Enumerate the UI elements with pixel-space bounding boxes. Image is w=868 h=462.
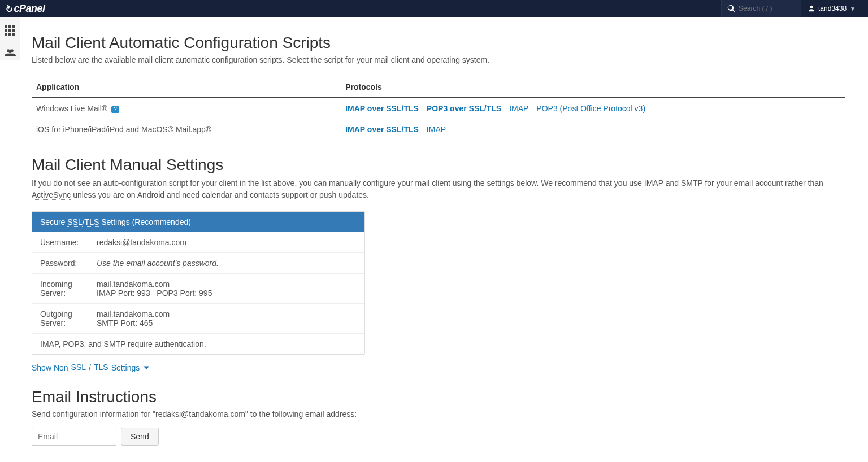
scripts-subtitle: Listed below are the available mail clie… [32,55,845,64]
instructions-heading: Email Instructions [32,388,845,406]
username-row: Username: redaksi@tandakoma.com [32,232,364,253]
auth-note: IMAP, POP3, and SMTP require authenticat… [32,334,364,354]
app-cell: Windows Live Mail® ? [32,98,341,119]
smtp-abbr: SMTP [681,178,703,188]
protocols-cell: IMAP over SSL/TLSPOP3 over SSL/TLSIMAPPO… [341,98,845,119]
col-application: Application [32,77,341,98]
password-row: Password: Use the email account's passwo… [32,253,364,274]
username-value: redaksi@tandakoma.com [97,238,186,247]
show-non-ssl-toggle[interactable]: Show Non SSL/TLS Settings [32,363,150,372]
protocol-link[interactable]: POP3 (Post Office Protocol v3) [536,104,645,113]
instructions-desc: Send configuration information for "reda… [32,409,845,419]
imap-abbr: IMAP [644,178,663,188]
svg-point-2 [8,50,11,53]
help-icon[interactable]: ? [111,106,119,113]
main-content: Mail Client Automatic Configuration Scri… [20,17,868,462]
protocol-link[interactable]: IMAP over SSL/TLS [345,104,419,113]
search-icon [727,5,735,12]
search-input[interactable] [739,5,795,12]
username-label: tand3438 [818,5,847,12]
cpanel-logo[interactable]: cPanel [6,3,45,15]
incoming-row: IncomingServer: mail.tandakoma.com IMAP … [32,274,364,304]
protocol-link[interactable]: POP3 over SSL/TLS [427,104,501,113]
left-sidebar [0,17,20,60]
col-protocols: Protocols [341,77,845,98]
manual-description: If you do not see an auto-configuration … [32,177,845,201]
search-container [721,0,801,17]
activesync-abbr: ActiveSync [32,190,71,200]
apps-grid-icon[interactable] [5,25,15,36]
top-bar: cPanel tand3438 ▼ [0,0,868,17]
protocol-link[interactable]: IMAP [509,104,528,113]
ssl-settings-header: Secure SSL/TLS Settings (Recommended) [32,212,364,232]
script-row: iOS for iPhone/iPad/iPod and MacOS® Mail… [32,119,845,140]
scripts-heading: Mail Client Automatic Configuration Scri… [32,34,845,52]
app-cell: iOS for iPhone/iPad/iPod and MacOS® Mail… [32,119,341,140]
protocols-cell: IMAP over SSL/TLSIMAP [341,119,845,140]
user-icon [808,5,815,12]
protocol-link[interactable]: IMAP over SSL/TLS [345,125,419,134]
chevron-down-icon [142,364,150,372]
caret-down-icon: ▼ [850,6,856,12]
password-value: Use the email account's password. [97,259,219,268]
outgoing-server: mail.tandakoma.com [97,310,170,319]
manual-heading: Mail Client Manual Settings [32,156,845,174]
ssl-settings-card: Secure SSL/TLS Settings (Recommended) Us… [32,211,365,355]
send-button[interactable]: Send [121,428,159,446]
users-icon[interactable] [5,48,16,60]
outgoing-row: OutgoingServer: mail.tandakoma.com SMTP … [32,304,364,334]
scripts-table: Application Protocols Windows Live Mail®… [32,77,845,140]
email-input[interactable] [32,428,116,446]
user-menu[interactable]: tand3438 ▼ [801,0,862,17]
protocol-link[interactable]: IMAP [427,125,446,134]
script-row: Windows Live Mail® ?IMAP over SSL/TLSPOP… [32,98,845,119]
incoming-server: mail.tandakoma.com [97,280,212,289]
